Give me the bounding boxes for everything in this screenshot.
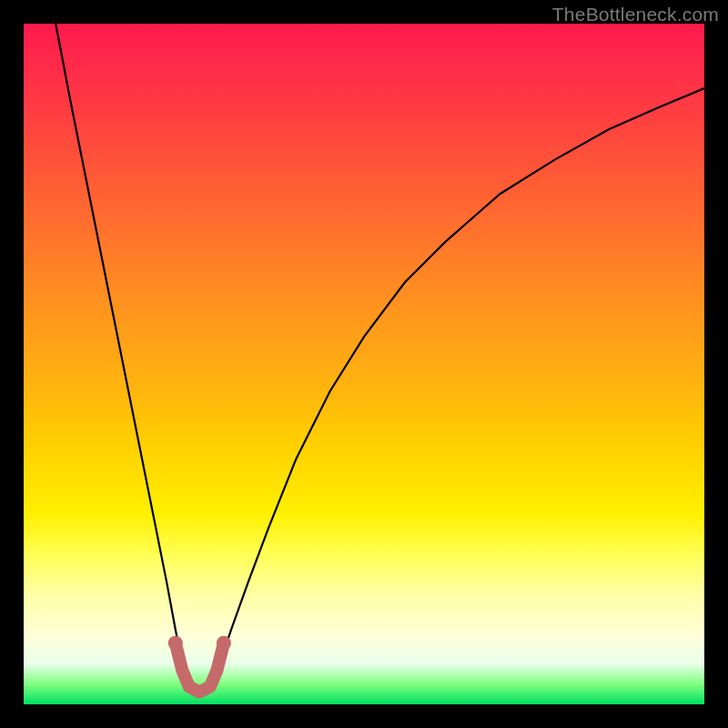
nub-endpoint-left [168,636,183,651]
watermark-text: TheBottleneck.com [552,4,719,25]
nub-endpoint-right [217,636,231,651]
curve-right-branch [210,88,704,686]
valley-nub [176,643,224,693]
plot-frame [24,24,704,704]
curve-left-branch [56,24,189,687]
bottleneck-curve [24,24,704,704]
